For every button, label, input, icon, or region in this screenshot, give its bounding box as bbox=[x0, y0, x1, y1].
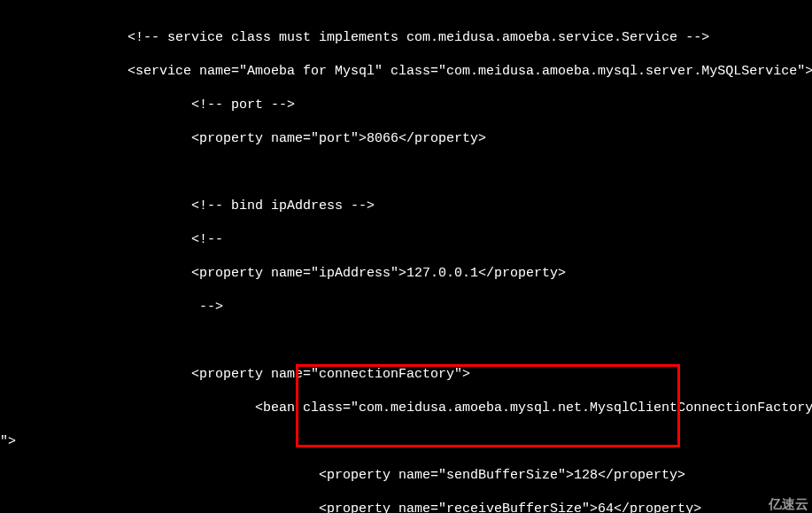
watermark-text: 亿速云 bbox=[769, 495, 808, 512]
code-line: <property name="sendBufferSize">128</pro… bbox=[0, 467, 812, 484]
terminal-output: <!-- service class must implements com.m… bbox=[0, 12, 812, 513]
code-line: <!-- port --> bbox=[0, 97, 812, 113]
code-line bbox=[0, 332, 812, 349]
code-line: <!-- bind ipAddress --> bbox=[0, 198, 812, 214]
code-line: <!-- bbox=[0, 231, 812, 248]
code-line: <!-- service class must implements com.m… bbox=[0, 29, 812, 46]
code-line: --> bbox=[0, 299, 812, 315]
cloud-icon bbox=[731, 494, 763, 513]
code-line: <property name="port">8066</property> bbox=[0, 130, 812, 147]
code-line: <property name="connectionFactory"> bbox=[0, 366, 812, 383]
code-line: <service name="Amoeba for Mysql" class="… bbox=[0, 63, 812, 80]
code-line: <property name="receiveBufferSize">64</p… bbox=[0, 501, 812, 513]
code-line: <property name="ipAddress">127.0.0.1</pr… bbox=[0, 265, 812, 282]
code-line: <bean class="com.meidusa.amoeba.mysql.ne… bbox=[0, 400, 812, 416]
code-line bbox=[0, 164, 812, 181]
code-line: "> bbox=[0, 433, 812, 450]
watermark: 亿速云 bbox=[731, 494, 808, 513]
